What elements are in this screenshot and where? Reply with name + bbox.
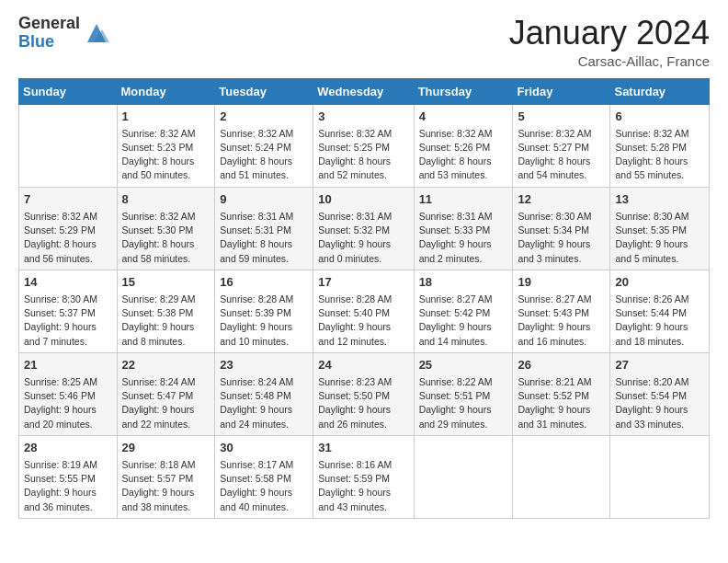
logo-text: General Blue <box>18 15 80 52</box>
col-monday: Monday <box>117 78 215 104</box>
table-row: 22Sunrise: 8:24 AMSunset: 5:47 PMDayligh… <box>117 352 215 435</box>
table-row: 9Sunrise: 8:31 AMSunset: 5:31 PMDaylight… <box>215 187 313 270</box>
day-info: Sunrise: 8:26 AMSunset: 5:44 PMDaylight:… <box>615 293 704 349</box>
day-number: 19 <box>518 274 605 291</box>
day-number: 5 <box>518 109 605 125</box>
table-row <box>414 435 513 518</box>
table-row: 27Sunrise: 8:20 AMSunset: 5:54 PMDayligh… <box>610 352 710 435</box>
day-number: 8 <box>122 191 210 208</box>
table-row: 28Sunrise: 8:19 AMSunset: 5:55 PMDayligh… <box>19 435 118 518</box>
table-row: 6Sunrise: 8:32 AMSunset: 5:28 PMDaylight… <box>610 104 710 187</box>
calendar-week-5: 28Sunrise: 8:19 AMSunset: 5:55 PMDayligh… <box>19 435 710 518</box>
day-number: 14 <box>24 274 112 291</box>
day-info: Sunrise: 8:20 AMSunset: 5:54 PMDaylight:… <box>615 375 704 431</box>
day-number: 20 <box>615 274 704 291</box>
month-title: January 2024 <box>509 15 710 52</box>
day-number: 17 <box>318 274 408 291</box>
day-info: Sunrise: 8:30 AMSunset: 5:35 PMDaylight:… <box>615 210 704 266</box>
day-number: 6 <box>615 109 704 125</box>
table-row <box>513 435 610 518</box>
col-tuesday: Tuesday <box>215 78 313 104</box>
day-info: Sunrise: 8:32 AMSunset: 5:24 PMDaylight:… <box>220 127 308 183</box>
table-row: 8Sunrise: 8:32 AMSunset: 5:30 PMDaylight… <box>117 187 215 270</box>
day-info: Sunrise: 8:23 AMSunset: 5:50 PMDaylight:… <box>318 375 408 431</box>
day-number: 3 <box>318 109 408 125</box>
table-row: 29Sunrise: 8:18 AMSunset: 5:57 PMDayligh… <box>117 435 215 518</box>
day-number: 30 <box>220 440 308 456</box>
day-number: 9 <box>220 191 308 208</box>
day-number: 26 <box>518 357 605 373</box>
logo-general: General <box>18 15 80 33</box>
title-block: January 2024 Carsac-Aillac, France <box>509 15 710 69</box>
table-row: 20Sunrise: 8:26 AMSunset: 5:44 PMDayligh… <box>610 270 710 352</box>
table-row: 1Sunrise: 8:32 AMSunset: 5:23 PMDaylight… <box>117 104 215 187</box>
page: General Blue January 2024 Carsac-Aillac,… <box>0 0 728 563</box>
day-number: 16 <box>220 274 308 291</box>
calendar-header-row: Sunday Monday Tuesday Wednesday Thursday… <box>19 78 710 104</box>
calendar-week-4: 21Sunrise: 8:25 AMSunset: 5:46 PMDayligh… <box>19 352 710 435</box>
table-row: 10Sunrise: 8:31 AMSunset: 5:32 PMDayligh… <box>313 187 414 270</box>
day-number: 4 <box>419 109 508 125</box>
logo: General Blue <box>18 15 109 52</box>
table-row: 18Sunrise: 8:27 AMSunset: 5:42 PMDayligh… <box>414 270 513 352</box>
table-row: 24Sunrise: 8:23 AMSunset: 5:50 PMDayligh… <box>313 352 414 435</box>
col-friday: Friday <box>513 78 610 104</box>
day-info: Sunrise: 8:24 AMSunset: 5:48 PMDaylight:… <box>220 375 308 431</box>
day-info: Sunrise: 8:18 AMSunset: 5:57 PMDaylight:… <box>122 458 210 514</box>
day-number: 13 <box>615 191 704 208</box>
day-number: 24 <box>318 357 408 373</box>
table-row: 21Sunrise: 8:25 AMSunset: 5:46 PMDayligh… <box>19 352 118 435</box>
day-info: Sunrise: 8:30 AMSunset: 5:37 PMDaylight:… <box>24 293 112 349</box>
table-row <box>19 104 118 187</box>
day-info: Sunrise: 8:22 AMSunset: 5:51 PMDaylight:… <box>419 375 508 431</box>
day-info: Sunrise: 8:16 AMSunset: 5:59 PMDaylight:… <box>318 458 408 514</box>
table-row: 11Sunrise: 8:31 AMSunset: 5:33 PMDayligh… <box>414 187 513 270</box>
location: Carsac-Aillac, France <box>509 53 710 69</box>
day-number: 29 <box>122 440 210 456</box>
calendar-week-3: 14Sunrise: 8:30 AMSunset: 5:37 PMDayligh… <box>19 270 710 352</box>
day-number: 2 <box>220 109 308 125</box>
day-info: Sunrise: 8:31 AMSunset: 5:33 PMDaylight:… <box>419 210 508 266</box>
day-number: 18 <box>419 274 508 291</box>
day-info: Sunrise: 8:32 AMSunset: 5:28 PMDaylight:… <box>615 127 704 183</box>
day-info: Sunrise: 8:32 AMSunset: 5:30 PMDaylight:… <box>122 210 210 266</box>
day-number: 11 <box>419 191 508 208</box>
table-row: 2Sunrise: 8:32 AMSunset: 5:24 PMDaylight… <box>215 104 313 187</box>
table-row: 12Sunrise: 8:30 AMSunset: 5:34 PMDayligh… <box>513 187 610 270</box>
day-info: Sunrise: 8:32 AMSunset: 5:26 PMDaylight:… <box>419 127 508 183</box>
col-sunday: Sunday <box>19 78 118 104</box>
table-row: 25Sunrise: 8:22 AMSunset: 5:51 PMDayligh… <box>414 352 513 435</box>
logo-blue: Blue <box>18 33 80 52</box>
col-saturday: Saturday <box>610 78 710 104</box>
day-number: 15 <box>122 274 210 291</box>
table-row: 19Sunrise: 8:27 AMSunset: 5:43 PMDayligh… <box>513 270 610 352</box>
day-number: 12 <box>518 191 605 208</box>
calendar-week-2: 7Sunrise: 8:32 AMSunset: 5:29 PMDaylight… <box>19 187 710 270</box>
day-number: 28 <box>24 440 112 456</box>
day-info: Sunrise: 8:32 AMSunset: 5:27 PMDaylight:… <box>518 127 605 183</box>
day-info: Sunrise: 8:21 AMSunset: 5:52 PMDaylight:… <box>518 375 605 431</box>
day-info: Sunrise: 8:28 AMSunset: 5:40 PMDaylight:… <box>318 293 408 349</box>
calendar-week-1: 1Sunrise: 8:32 AMSunset: 5:23 PMDaylight… <box>19 104 710 187</box>
day-info: Sunrise: 8:17 AMSunset: 5:58 PMDaylight:… <box>220 458 308 514</box>
table-row: 7Sunrise: 8:32 AMSunset: 5:29 PMDaylight… <box>19 187 118 270</box>
col-wednesday: Wednesday <box>313 78 414 104</box>
table-row: 14Sunrise: 8:30 AMSunset: 5:37 PMDayligh… <box>19 270 118 352</box>
day-info: Sunrise: 8:24 AMSunset: 5:47 PMDaylight:… <box>122 375 210 431</box>
day-number: 23 <box>220 357 308 373</box>
table-row: 15Sunrise: 8:29 AMSunset: 5:38 PMDayligh… <box>117 270 215 352</box>
day-info: Sunrise: 8:31 AMSunset: 5:31 PMDaylight:… <box>220 210 308 266</box>
day-info: Sunrise: 8:27 AMSunset: 5:43 PMDaylight:… <box>518 293 605 349</box>
col-thursday: Thursday <box>414 78 513 104</box>
day-info: Sunrise: 8:32 AMSunset: 5:23 PMDaylight:… <box>122 127 210 183</box>
day-info: Sunrise: 8:32 AMSunset: 5:25 PMDaylight:… <box>318 127 408 183</box>
day-info: Sunrise: 8:32 AMSunset: 5:29 PMDaylight:… <box>24 210 112 266</box>
day-number: 31 <box>318 440 408 456</box>
day-number: 25 <box>419 357 508 373</box>
table-row: 5Sunrise: 8:32 AMSunset: 5:27 PMDaylight… <box>513 104 610 187</box>
day-info: Sunrise: 8:29 AMSunset: 5:38 PMDaylight:… <box>122 293 210 349</box>
day-info: Sunrise: 8:28 AMSunset: 5:39 PMDaylight:… <box>220 293 308 349</box>
table-row: 3Sunrise: 8:32 AMSunset: 5:25 PMDaylight… <box>313 104 414 187</box>
day-number: 1 <box>122 109 210 125</box>
day-number: 27 <box>615 357 704 373</box>
